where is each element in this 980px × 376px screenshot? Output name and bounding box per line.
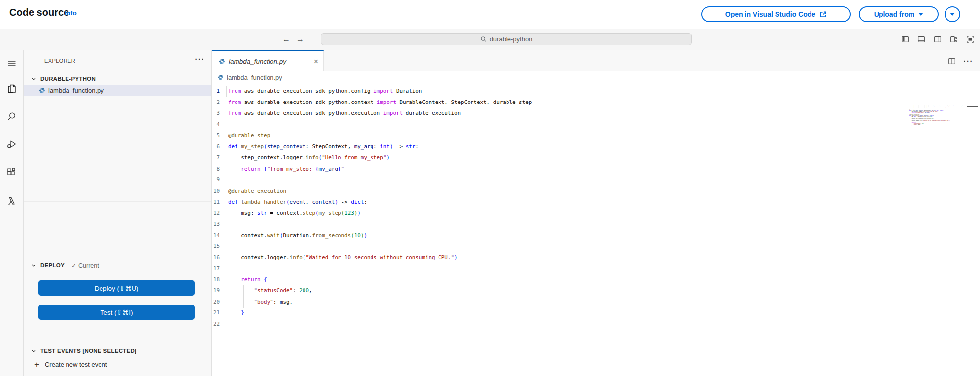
create-test-event-label: Create new test event [45, 361, 107, 368]
code-line[interactable]: 19"statusCode": 200, [212, 285, 980, 297]
editor-more-actions-icon[interactable]: ··· [964, 57, 974, 65]
tab-lambda-function[interactable]: lambda_function.py × [212, 50, 324, 71]
code-area[interactable]: 1from aws_durable_execution_sdk_python.c… [212, 83, 980, 376]
code-line[interactable]: 10@durable_execution [212, 186, 980, 197]
code-line[interactable]: 5@durable_step [212, 130, 980, 141]
code-line[interactable]: 1from aws_durable_execution_sdk_python.c… [212, 86, 980, 97]
toggle-panel-icon[interactable] [917, 35, 925, 43]
code-line[interactable]: 22 [212, 319, 980, 330]
line-number: 20 [212, 297, 220, 308]
line-number: 21 [212, 308, 220, 319]
code-line[interactable]: 11def lambda_handler(event, context) -> … [212, 197, 980, 208]
create-test-event-button[interactable]: + Create new test event [24, 359, 211, 370]
line-number: 9 [212, 174, 220, 186]
explorer-icon[interactable] [6, 83, 18, 95]
breadcrumb[interactable]: lambda_function.py [212, 71, 980, 83]
code-line[interactable]: 17 [212, 263, 980, 274]
tab-label: lambda_function.py [229, 58, 286, 65]
line-number: 7 [212, 152, 220, 164]
overview-ruler-mark [967, 106, 978, 107]
editor-titlebar: ← → durable-python [0, 29, 980, 50]
caret-down-icon [918, 13, 923, 16]
plus-icon: + [34, 360, 39, 369]
test-button[interactable]: Test (⇧⌘I) [38, 305, 195, 320]
code-line[interactable]: 3from aws_durable_execution_sdk_python.e… [212, 108, 980, 119]
open-in-vscode-button[interactable]: Open in Visual Studio Code [701, 6, 851, 22]
line-number: 12 [212, 208, 220, 219]
line-number: 3 [212, 108, 220, 119]
split-editor-icon[interactable] [948, 57, 956, 65]
indent-guide [231, 152, 231, 164]
line-number: 4 [212, 119, 220, 131]
info-link[interactable]: Info [65, 9, 77, 17]
code-line[interactable]: 4 [212, 119, 980, 131]
python-file-icon [39, 87, 45, 94]
code-line[interactable]: 16context.logger.info("Waited for 10 sec… [212, 252, 980, 264]
search-icon[interactable] [6, 110, 18, 122]
line-number: 18 [212, 274, 220, 286]
code-line[interactable]: 7step_context.logger.info("Hello from my… [212, 152, 980, 164]
tab-close-icon[interactable]: × [314, 58, 318, 66]
file-lambda-function[interactable]: lambda_function.py [24, 85, 211, 96]
chevron-down-icon [32, 349, 36, 353]
code-line[interactable]: 8return f"from my_step: {my_arg}" [212, 164, 980, 175]
actions-menu-button[interactable] [945, 6, 960, 22]
chevron-down-icon [32, 263, 36, 268]
menu-icon[interactable] [6, 57, 18, 69]
indent-guide [243, 285, 244, 297]
editor-main: EXPLORER ··· DURABLE-PYTHON lambda_funct… [0, 50, 980, 376]
line-number: 2 [212, 97, 220, 108]
code-line[interactable]: 20"body": msg, [212, 297, 980, 308]
minimap-content: from aws_durable_execution_sdk_python.co… [909, 105, 968, 127]
upload-from-button[interactable]: Upload from [859, 6, 939, 22]
folder-durable-python[interactable]: DURABLE-PYTHON [24, 73, 211, 85]
explorer-sidebar: EXPLORER ··· DURABLE-PYTHON lambda_funct… [24, 50, 212, 376]
indent-guide [231, 263, 231, 274]
upload-from-label: Upload from [874, 10, 914, 18]
aws-toolkit-lambda-icon[interactable] [6, 195, 18, 206]
extensions-icon[interactable] [6, 167, 18, 178]
external-link-icon [819, 11, 827, 18]
code-line[interactable]: 13 [212, 219, 980, 230]
line-number: 14 [212, 230, 220, 241]
code-line[interactable]: 9 [212, 174, 980, 186]
breadcrumb-file: lambda_function.py [227, 74, 282, 81]
code-line[interactable]: 14context.wait(Duration.from_seconds(10)… [212, 230, 980, 241]
test-events-section-header[interactable]: TEST EVENTS [NONE SELECTED] [24, 346, 211, 356]
code-editor-shell: ← → durable-python [0, 29, 980, 376]
editor-pane: lambda_function.py × ··· lambda_function… [212, 50, 980, 376]
indent-guide [231, 241, 231, 252]
indent-guide [231, 219, 231, 230]
nav-forward-icon[interactable]: → [295, 29, 305, 50]
toggle-primary-sidebar-icon[interactable] [901, 35, 909, 43]
chevron-down-icon [32, 77, 36, 81]
python-file-icon [218, 74, 224, 80]
code-line[interactable]: 15 [212, 241, 980, 252]
code-line[interactable]: 2from aws_durable_execution_sdk_python.c… [212, 97, 980, 108]
activity-bar [0, 50, 24, 376]
code-line[interactable]: 12msg: str = context.step(my_step(123)) [212, 208, 980, 219]
deploy-section-header[interactable]: DEPLOY ✓ Current [24, 260, 211, 270]
maximize-icon[interactable] [966, 35, 974, 43]
toggle-secondary-sidebar-icon[interactable] [934, 35, 942, 43]
indent-guide [231, 230, 231, 241]
line-number: 8 [212, 164, 220, 175]
indent-guide [243, 297, 244, 308]
line-number: 13 [212, 219, 220, 230]
deploy-button[interactable]: Deploy (⇧⌘U) [38, 280, 195, 296]
open-in-vscode-label: Open in Visual Studio Code [725, 10, 815, 18]
code-line[interactable]: 18return { [212, 274, 980, 286]
code-line[interactable]: 21} [212, 308, 980, 319]
line-number: 15 [212, 241, 220, 252]
line-number: 16 [212, 252, 220, 264]
customize-layout-icon[interactable] [950, 35, 958, 43]
nav-back-icon[interactable]: ← [281, 29, 292, 50]
line-number: 17 [212, 263, 220, 274]
code-line[interactable]: 6def my_step(step_context: StepContext, … [212, 141, 980, 153]
line-number: 5 [212, 130, 220, 141]
command-center-search[interactable]: durable-python [321, 33, 692, 45]
page-title: Code source [9, 7, 69, 18]
run-debug-icon[interactable] [6, 138, 18, 150]
explorer-more-icon[interactable]: ··· [195, 55, 205, 63]
minimap[interactable]: from aws_durable_execution_sdk_python.co… [909, 105, 968, 144]
